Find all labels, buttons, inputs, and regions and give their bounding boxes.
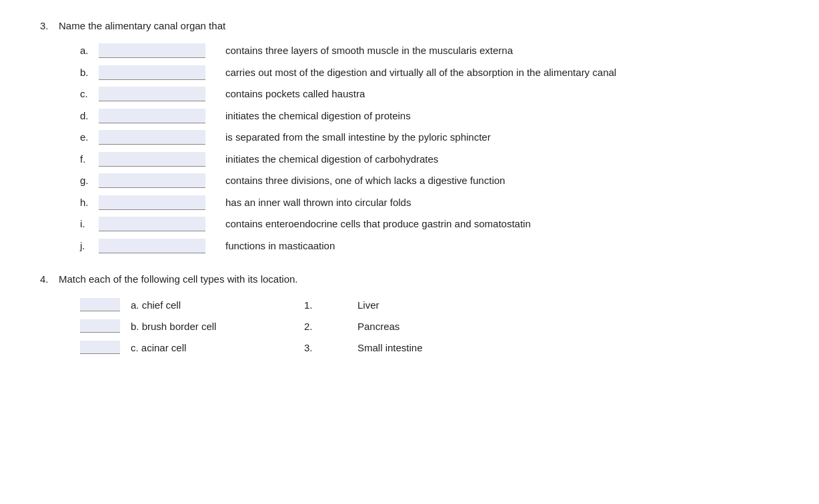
item-desc-e: is separated from the small intestine by… — [225, 130, 491, 145]
answer-blank-d[interactable] — [99, 109, 205, 123]
list-item: a. chief cell 1. Liver — [80, 298, 654, 311]
list-item: i. contains enteroendocrine cells that p… — [80, 217, 779, 232]
list-item: c. contains pockets called haustra — [80, 87, 779, 102]
match-cell-label-c: c. acinar cell — [131, 342, 304, 353]
item-label-e: e. — [80, 130, 99, 143]
page: 3. Name the alimentary canal organ that … — [0, 0, 819, 504]
item-label-c: c. — [80, 87, 99, 99]
item-desc-j: functions in masticaation — [225, 239, 335, 254]
match-number-3: 3. — [304, 342, 357, 353]
list-item: c. acinar cell 3. Small intestine — [80, 341, 654, 354]
item-desc-a: contains three layers of smooth muscle i… — [225, 43, 513, 59]
question3-text: Name the alimentary canal organ that — [59, 20, 225, 31]
item-desc-i: contains enteroendocrine cells that prod… — [225, 217, 531, 232]
match-blank-b[interactable] — [80, 319, 120, 333]
answer-blank-i[interactable] — [99, 217, 205, 231]
list-item: g. contains three divisions, one of whic… — [80, 173, 779, 189]
item-desc-b: carries out most of the digestion and vi… — [225, 65, 616, 81]
match-option-small-intestine: Small intestine — [357, 342, 423, 353]
match-table: a. chief cell 1. Liver b. brush border c… — [80, 298, 654, 354]
item-label-b: b. — [80, 65, 99, 78]
answer-blank-h[interactable] — [99, 195, 205, 210]
item-label-h: h. — [80, 195, 99, 208]
match-option-liver: Liver — [357, 299, 379, 311]
answer-blank-e[interactable] — [99, 130, 205, 145]
item-desc-d: initiates the chemical digestion of prot… — [225, 109, 411, 124]
item-label-g: g. — [80, 173, 99, 186]
question4-section: 4. Match each of the following cell type… — [40, 273, 779, 354]
item-desc-c: contains pockets called haustra — [225, 87, 365, 102]
item-label-a: a. — [80, 43, 99, 56]
match-blank-a[interactable] — [80, 298, 120, 311]
item-label-i: i. — [80, 217, 99, 229]
answer-blank-b[interactable] — [99, 65, 205, 80]
item-label-f: f. — [80, 152, 99, 165]
list-item: e. is separated from the small intestine… — [80, 130, 779, 145]
list-item: j. functions in masticaation — [80, 239, 779, 254]
match-option-pancreas: Pancreas — [357, 321, 399, 332]
list-item: a. contains three layers of smooth muscl… — [80, 43, 779, 59]
match-blank-c[interactable] — [80, 341, 120, 354]
answer-blank-f[interactable] — [99, 152, 205, 167]
match-cell-label-a: a. chief cell — [131, 299, 304, 311]
item-label-d: d. — [80, 109, 99, 121]
question3-header: 3. Name the alimentary canal organ that — [40, 20, 779, 31]
answer-blank-g[interactable] — [99, 173, 205, 188]
item-desc-f: initiates the chemical digestion of carb… — [225, 152, 438, 167]
list-item: b. carries out most of the digestion and… — [80, 65, 779, 81]
answer-blank-a[interactable] — [99, 43, 205, 58]
match-cell-label-b: b. brush border cell — [131, 321, 304, 332]
answer-blank-j[interactable] — [99, 239, 205, 253]
item-desc-g: contains three divisions, one of which l… — [225, 173, 505, 189]
list-item: f. initiates the chemical digestion of c… — [80, 152, 779, 167]
match-number-2: 2. — [304, 321, 357, 332]
list-item: b. brush border cell 2. Pancreas — [80, 319, 654, 333]
list-item: d. initiates the chemical digestion of p… — [80, 109, 779, 124]
question4-text: Match each of the following cell types w… — [59, 273, 298, 285]
question4-header: 4. Match each of the following cell type… — [40, 273, 779, 285]
question3-items: a. contains three layers of smooth muscl… — [80, 43, 779, 253]
list-item: h. has an inner wall thrown into circula… — [80, 195, 779, 211]
item-desc-h: has an inner wall thrown into circular f… — [225, 195, 411, 211]
question4-number: 4. — [40, 273, 59, 285]
item-label-j: j. — [80, 239, 99, 251]
question3-number: 3. — [40, 20, 59, 31]
match-number-1: 1. — [304, 299, 357, 311]
answer-blank-c[interactable] — [99, 87, 205, 101]
